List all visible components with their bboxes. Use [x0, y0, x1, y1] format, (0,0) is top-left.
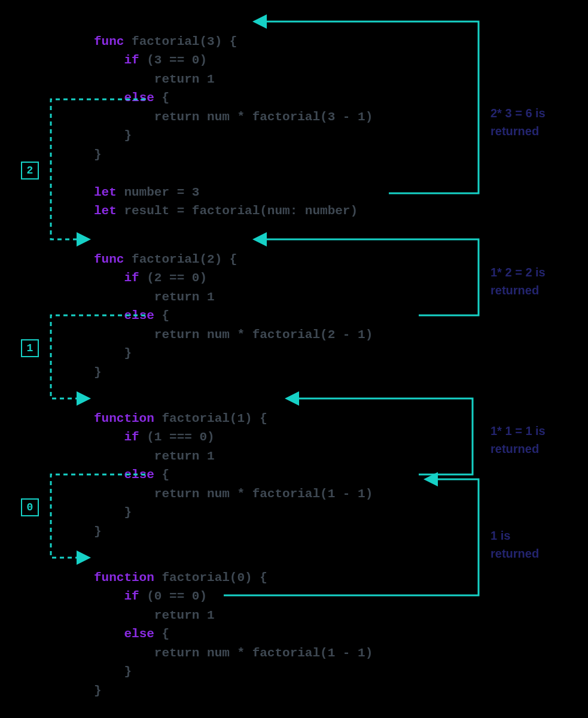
code-block-2: func factorial(2) { if (2 == 0) return 1… [94, 231, 373, 382]
diagram-canvas: func factorial(3) { if (3 == 0) return 1… [0, 0, 588, 718]
code-block-1: func factorial(3) { if (3 == 0) return 1… [94, 13, 373, 221]
return-note-4: 1 is returned [490, 527, 539, 562]
return-note-2: 1* 2 = 2 is returned [490, 263, 546, 299]
return-note-1: 2* 3 = 6 is returned [490, 104, 546, 140]
recursion-marker-2: 2 [21, 162, 39, 180]
return-note-3: 1* 1 = 1 is returned [490, 422, 546, 458]
recursion-marker-1: 1 [21, 339, 39, 357]
code-block-3: function factorial(1) { if (1 === 0) ret… [94, 390, 373, 541]
code-block-4: function factorial(0) { if (0 == 0) retu… [94, 549, 373, 700]
recursion-marker-0: 0 [21, 498, 39, 516]
